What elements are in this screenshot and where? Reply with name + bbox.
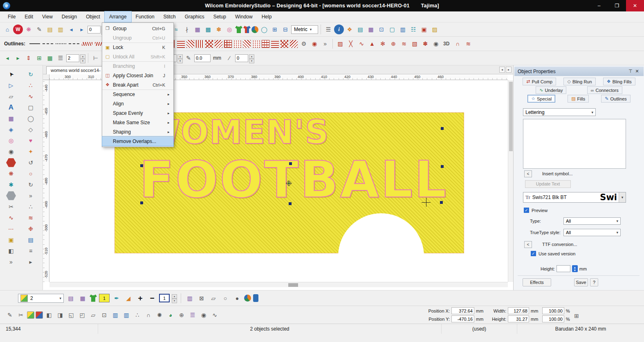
selection-handle[interactable] [140,164,143,167]
palette-icon[interactable]: ▦ [78,293,88,303]
print-preview-icon[interactable]: ▤ [355,25,365,34]
lettering-tool-icon[interactable]: A [6,103,16,112]
eyedropper-icon[interactable]: ✒ [112,293,121,303]
nudge-right-icon[interactable]: ▸ [13,53,23,63]
effect-florette-icon[interactable]: ✻ [378,39,388,49]
document-tab[interactable]: womens world soccer14- [46,66,105,74]
fill-column-icon[interactable] [195,40,204,48]
rotate-45-icon[interactable]: ◱ [66,310,76,320]
grid-icon[interactable]: ⊞ [270,25,280,34]
overview-window-icon[interactable]: ⊡ [377,25,386,34]
mirror-left-icon[interactable]: ◂ [66,25,76,34]
metric-select[interactable]: Metric▾ [291,25,318,34]
hexagon-fill-icon[interactable] [6,158,16,168]
angle-input[interactable] [235,54,248,62]
rotate-90-icon[interactable]: ◰ [77,310,87,320]
lock-object-icon[interactable]: ▣ [6,235,16,245]
grid-lines-icon[interactable]: ⊟ [280,25,290,34]
oval-shape-icon[interactable]: ◯ [259,25,269,34]
close-button[interactable]: ✕ [626,0,644,11]
layers-icon[interactable]: ▤ [26,235,36,245]
selected-color-chip[interactable]: 1 [159,294,170,302]
flip-vertical-icon[interactable]: ◨ [55,310,65,320]
rotate-angle-input[interactable] [88,26,101,34]
stamp-icon[interactable]: ▣ [419,25,429,34]
scale-x-input[interactable] [542,307,564,314]
sequin-tool-icon[interactable]: ◎ [6,136,16,145]
transform-tool-icon[interactable]: ↻ [26,69,36,79]
thread-colorway-select[interactable]: 2 ▾ [18,294,64,303]
menu-item-align[interactable]: Align ▸ [102,99,173,108]
effect-wheel-icon[interactable]: ◉ [431,39,441,49]
color-change-icon[interactable]: ↻ [26,180,36,190]
menu-setup[interactable]: Setup [209,11,231,22]
menu-edit[interactable]: Edit [20,11,38,22]
spin-down-icon[interactable]: ▾ [172,299,177,303]
tab-outlines[interactable]: ✎Outlines [601,95,631,103]
photo-icon[interactable]: ▦ [193,25,202,34]
menu-item-remove-overlaps[interactable]: Remove Overlaps... [102,136,173,146]
tab-underlay[interactable]: ∿Underlay [536,86,566,94]
width-input[interactable] [508,307,529,314]
menu-graphics[interactable]: Graphics [180,11,209,22]
spin-down-icon[interactable]: ▾ [177,59,183,63]
color-pie-icon[interactable] [244,295,251,302]
scale-y-input[interactable] [542,315,564,322]
effect-cross-icon[interactable]: ╳ [346,39,356,49]
pattern-stamp-icon[interactable]: ❋ [6,169,16,179]
column-a-icon[interactable]: ▥ [110,310,120,320]
effect-radial-icon[interactable]: ⊕ [388,39,398,49]
spiral-tool-icon[interactable]: ↺ [26,158,36,168]
menu-item-lock[interactable]: ▣ Lock K [102,42,173,52]
pencil-small-icon[interactable]: ✎ [5,310,15,320]
tab-scroll-right-icon[interactable]: ▸ [506,67,512,73]
effect-triangle-icon[interactable]: ▲ [367,39,377,49]
half-fill-icon[interactable]: ◧ [6,246,16,256]
stitch-edit-tool-icon[interactable]: ∴ [26,80,36,90]
background-fabric-icon[interactable]: ▱ [209,293,218,303]
fill-tatami-icon[interactable] [177,40,185,48]
satin-stitch-tool-icon[interactable]: ≋ [26,213,36,223]
stipple-run-icon[interactable]: ∴ [26,202,36,212]
color-wheel-icon[interactable] [251,26,258,33]
guide-left-icon[interactable]: ⊢ [91,53,101,63]
knife-small-icon[interactable]: ✂ [16,310,26,320]
arc-stitch-icon[interactable]: ∩ [144,310,153,320]
motif-stitch-tool-icon[interactable]: ❉ [26,224,36,234]
effect-wave-icon[interactable]: ∿ [357,39,366,49]
run-stitch-tool-icon[interactable]: ⋯ [6,224,16,234]
maximize-button[interactable]: ❐ [608,0,626,11]
columns-icon[interactable]: ▥ [398,25,408,34]
proportional-scale-icon[interactable]: ⊞ [572,311,581,321]
insert-symbol-expand-button[interactable]: < [524,170,532,177]
outline-dot-icon[interactable] [56,43,66,44]
adjust-sliders-icon[interactable]: ☰ [188,310,197,320]
height-spinner[interactable]: ▴▾ [572,265,578,272]
slope-pencil-icon[interactable]: ∕ [224,53,234,63]
effect-liquid-icon[interactable]: ≋ [399,39,409,49]
help-button[interactable]: ? [590,278,598,286]
my-designs-icon[interactable]: ❋ [24,25,34,34]
ttf-conversion-expand-button[interactable]: < [524,241,532,248]
color-grid-icon[interactable]: ▦ [6,114,16,123]
effect-star-icon[interactable]: ✽ [420,39,430,49]
stair-fill-icon[interactable]: ≡ [26,246,36,256]
nudge-left-icon[interactable]: ◂ [2,53,12,63]
donut-shape-icon[interactable]: ◎ [224,25,234,34]
toolbox-icon[interactable]: ▨ [430,25,440,34]
menu-item-make-same-size[interactable]: Make Same Size ▸ [102,118,173,127]
swap-vertical-icon[interactable]: ⇕ [24,53,34,63]
fill-wave-icon[interactable] [242,40,251,48]
tab-bling-fills[interactable]: ❖Bling Fills [603,78,635,85]
height-input[interactable] [556,265,570,272]
add-color-button[interactable]: + [135,294,145,303]
horizontal-scrollbar[interactable] [49,282,508,287]
skew-icon[interactable]: ▱ [88,310,98,320]
fill-cross-icon[interactable] [205,40,213,48]
outline-zigzag-icon[interactable] [82,42,92,46]
tab-fills[interactable]: ▨Fills [568,95,589,103]
scale-box-icon[interactable]: ⊡ [99,310,109,320]
blank-circle-icon[interactable]: ● [232,293,242,303]
menu-view[interactable]: View [38,11,57,22]
tab-connectors[interactable]: ∞Connectors [587,86,622,94]
